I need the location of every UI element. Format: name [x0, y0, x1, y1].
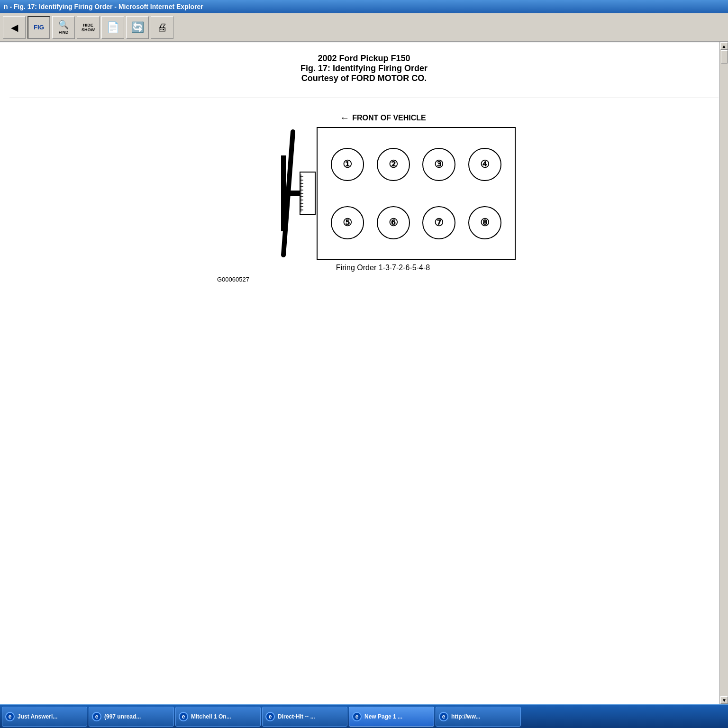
find-icon: 🔍 [58, 20, 69, 29]
title-line3: Courtesy of FORD MOTOR CO. [0, 73, 728, 83]
taskbar-ie-icon-5: e [352, 712, 362, 721]
cylinder-2-circle: ② [377, 148, 410, 181]
taskbar-ie-icon-3: e [179, 712, 188, 721]
taskbar-email[interactable]: e (997 unread... [89, 707, 174, 727]
title-line1: 2002 Ford Pickup F150 [0, 54, 728, 64]
taskbar-ie-icon-4: e [265, 712, 275, 721]
refresh-icon: 🔄 [131, 22, 144, 33]
engine-block: ① ② ③ ④ ⑤ ⑥ [317, 127, 516, 260]
cylinder-8: ⑧ [462, 193, 508, 252]
taskbar-mitchell[interactable]: e Mitchell 1 On... [175, 707, 261, 727]
taskbar-mitchell-label: Mitchell 1 On... [191, 713, 231, 720]
diagram-area: ← FRONT OF VEHICLE [0, 112, 728, 283]
cylinder-3-circle: ③ [422, 148, 455, 181]
title-line2: Fig. 17: Identifying Firing Order [0, 64, 728, 73]
taskbar-justanswer-label: Just Answerl... [18, 713, 57, 720]
taskbar-email-label: (997 unread... [104, 713, 141, 720]
page-header: 2002 Ford Pickup F150 Fig. 17: Identifyi… [0, 54, 728, 83]
scrollbar-track[interactable]: ▲ ▼ [719, 42, 728, 704]
hideshow-button[interactable]: HIDESHOW [77, 16, 100, 39]
title-bar-text: n - Fig. 17: Identifying Firing Order - … [4, 3, 203, 10]
front-label: ← FRONT OF VEHICLE [250, 112, 516, 123]
taskbar-newpage[interactable]: e New Page 1 ... [349, 707, 434, 727]
back-icon: ◀ [11, 23, 18, 32]
print-button[interactable]: 🖨 [151, 16, 173, 39]
cylinder-7: ⑦ [416, 193, 462, 252]
front-label-text: FRONT OF VEHICLE [352, 114, 426, 122]
cylinder-2: ② [371, 135, 417, 193]
engine-wrapper: ① ② ③ ④ ⑤ ⑥ [212, 127, 516, 260]
page-button[interactable]: 📄 [101, 16, 124, 39]
find-button[interactable]: 🔍 FIND [52, 16, 75, 39]
scroll-up-button[interactable]: ▲ [720, 42, 728, 50]
taskbar-http-label: http://ww... [451, 713, 481, 720]
taskbar-http[interactable]: e http://ww... [436, 707, 521, 727]
title-bar: n - Fig. 17: Identifying Firing Order - … [0, 0, 728, 13]
cylinder-6-circle: ⑥ [377, 206, 410, 239]
taskbar-justanswer[interactable]: e Just Answerl... [2, 707, 87, 727]
content-divider [9, 98, 719, 98]
hideshow-label: HIDESHOW [82, 23, 95, 32]
cylinder-1-circle: ① [331, 148, 364, 181]
camshaft-svg [279, 127, 317, 260]
cylinder-5-circle: ⑤ [331, 206, 364, 239]
page-icon: 📄 [107, 22, 119, 33]
find-label: FIND [59, 30, 69, 35]
scroll-down-button[interactable]: ▼ [720, 696, 728, 704]
cylinder-4-circle: ④ [468, 148, 501, 181]
part-number: G00060527 [217, 276, 516, 283]
cylinder-6: ⑥ [371, 193, 417, 252]
taskbar-newpage-label: New Page 1 ... [364, 713, 402, 720]
print-icon: 🖨 [157, 22, 167, 33]
taskbar: e Just Answerl... e (997 unread... e Mit… [0, 704, 728, 728]
taskbar-directhit-label: Direct-Hit -- ... [278, 713, 315, 720]
back-button[interactable]: ◀ [3, 16, 26, 39]
diagram-container: ← FRONT OF VEHICLE [212, 112, 516, 283]
cylinder-3: ③ [416, 135, 462, 193]
fig-icon: FIG [34, 24, 44, 31]
fig-button[interactable]: FIG [27, 16, 50, 39]
cylinder-4: ④ [462, 135, 508, 193]
cam-assembly [279, 127, 317, 260]
cylinder-8-circle: ⑧ [468, 206, 501, 239]
scroll-thumb[interactable] [721, 50, 728, 64]
taskbar-ie-icon-2: e [92, 712, 101, 721]
cylinder-5: ⑤ [325, 193, 371, 252]
taskbar-ie-icon-1: e [5, 712, 15, 721]
taskbar-ie-icon-6: e [439, 712, 448, 721]
toolbar-divider [0, 43, 728, 43]
cylinder-1: ① [325, 135, 371, 193]
cylinder-7-circle: ⑦ [422, 206, 455, 239]
main-content: 2002 Ford Pickup F150 Fig. 17: Identifyi… [0, 44, 728, 728]
taskbar-directhit[interactable]: e Direct-Hit -- ... [262, 707, 347, 727]
toolbar: ◀ FIG 🔍 FIND HIDESHOW 📄 🔄 🖨 [0, 13, 728, 42]
front-arrow-icon: ← [340, 112, 349, 123]
firing-order-text: Firing Order 1-3-7-2-6-5-4-8 [250, 264, 516, 272]
refresh-button[interactable]: 🔄 [126, 16, 149, 39]
